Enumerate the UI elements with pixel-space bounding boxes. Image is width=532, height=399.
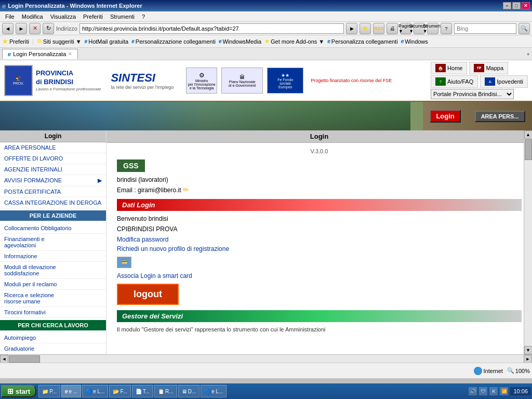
sidebar-item-moduli-reclamo[interactable]: Moduli per il reclamo bbox=[0, 279, 106, 290]
fav-windows-media[interactable]: e WindowsMedia bbox=[219, 38, 261, 45]
tab-close[interactable]: ✕ bbox=[68, 51, 72, 57]
h-scroll-thumb[interactable] bbox=[9, 355, 40, 363]
ipovedenti-icon: A bbox=[485, 77, 495, 86]
fav-personalizza[interactable]: e Personalizzazione collegamenti bbox=[131, 38, 216, 45]
sidebar-item-autoimpiego[interactable]: Autoimpiego bbox=[0, 332, 106, 343]
nuovo-profilo-link[interactable]: Richiedi un nuovo profilo di registrazio… bbox=[117, 245, 522, 252]
favorites-bar: ★ Preferiti | ⚙ Siti suggeriti ▼ e HotMa… bbox=[0, 35, 532, 48]
scroll-thumb[interactable] bbox=[525, 139, 532, 160]
ministry-logo-1: ⚙ Ministroper l'Innovazionee la Tecnolog… bbox=[186, 68, 217, 94]
portale-select[interactable]: Portale Provincia Brindisi... bbox=[431, 89, 514, 99]
menu-strumenti[interactable]: Strumenti bbox=[107, 12, 138, 21]
help-button[interactable]: ? bbox=[441, 23, 452, 34]
print-button[interactable]: 🖨 bbox=[387, 23, 398, 34]
aiuto-nav-btn[interactable]: ? Aiuto/FAQ bbox=[431, 75, 478, 88]
edit-email-icon[interactable]: ✏ bbox=[183, 185, 189, 194]
taskbar-item-2[interactable]: e e ... bbox=[61, 385, 81, 397]
area-personale-button[interactable]: AREA PERS... bbox=[475, 111, 525, 122]
sidebar-item-tirocini[interactable]: Tirocini formativi bbox=[0, 307, 106, 318]
start-button[interactable]: ⊞ start bbox=[1, 385, 36, 397]
ipovedenti-nav-btn[interactable]: A Ipovedenti bbox=[480, 75, 528, 88]
favorites-label: ★ Preferiti bbox=[2, 37, 29, 45]
menu-visualizza[interactable]: Visualizza bbox=[47, 12, 79, 21]
sidebar-item-posta[interactable]: POSTA CERTIFICATA bbox=[0, 187, 106, 197]
title-bar-buttons: − □ ✕ bbox=[503, 2, 530, 9]
sidebar-title: Login bbox=[0, 130, 106, 142]
menu-file[interactable]: File bbox=[2, 12, 18, 21]
taskbar-item-8[interactable]: 🔵 e L... bbox=[201, 385, 227, 397]
tagline: Lavoro e Formazione professionale bbox=[36, 87, 101, 92]
sidebar-item-cassa[interactable]: CASSA INTEGRAZIONE IN DEROGA bbox=[0, 197, 106, 208]
fav-personalizza2-icon: e bbox=[327, 38, 330, 44]
taskbar-item-6[interactable]: 📋 R... bbox=[154, 385, 177, 397]
fav-personalizza2[interactable]: e Personalizza collegamenti bbox=[327, 38, 397, 45]
refresh-button[interactable]: ↻ bbox=[43, 23, 54, 34]
smart-card-row: 💳 bbox=[117, 255, 522, 270]
search-input[interactable] bbox=[454, 23, 516, 34]
gss-badge: GSS bbox=[117, 159, 145, 172]
horizontal-scrollbar[interactable]: ◄ ► bbox=[0, 354, 532, 363]
minimize-button[interactable]: − bbox=[503, 2, 511, 9]
taskbar-item-3[interactable]: 🔵 e L... bbox=[82, 385, 108, 397]
go-button[interactable]: ▶ bbox=[346, 23, 357, 34]
sintesi-sub: la rete dei servizi per l'impiego bbox=[111, 85, 174, 90]
fav-windows[interactable]: e Windows bbox=[401, 38, 428, 45]
logout-button[interactable]: logout bbox=[117, 284, 179, 305]
zone-indicator: 🌐 Internet bbox=[474, 367, 503, 375]
taskbar-icon-6: 📋 bbox=[158, 389, 164, 394]
sidebar-item-informazione[interactable]: Informazione bbox=[0, 251, 106, 262]
sidebar-item-moduli-rilev[interactable]: Moduli di rilevazionesoddisfazione bbox=[0, 262, 106, 279]
favorites-star-icon: ★ bbox=[2, 37, 8, 45]
search-button[interactable]: 🔍 bbox=[518, 23, 530, 34]
sidebar-item-ricerca[interactable]: Ricerca e selezionerisorse umane bbox=[0, 290, 106, 307]
back-button[interactable]: ◄ bbox=[2, 23, 14, 34]
stop-button[interactable]: ✕ bbox=[29, 23, 41, 34]
new-tab-btn[interactable]: + bbox=[527, 51, 530, 57]
sidebar-item-finanziamenti[interactable]: Finanziamenti eagevolazioni bbox=[0, 234, 106, 251]
taskbar-item-4[interactable]: 📂 F... bbox=[109, 385, 130, 397]
zoom-icon: 🔍 bbox=[507, 367, 514, 374]
main-content: Login V.3.0.0 GSS brindisi (lavoratori) … bbox=[107, 130, 532, 354]
address-input[interactable] bbox=[79, 23, 344, 34]
tray-network-icon: 🔊 bbox=[469, 387, 477, 395]
vertical-scrollbar[interactable]: ▲ ▼ bbox=[524, 130, 532, 354]
maximize-button[interactable]: □ bbox=[512, 2, 521, 9]
active-tab[interactable]: e Login Personalizzata ✕ bbox=[2, 49, 78, 59]
fav-addons[interactable]: ★ Get more Add-ons ▼ bbox=[264, 38, 324, 45]
menu-modifica[interactable]: Modifica bbox=[19, 12, 46, 21]
associa-smart-card-link[interactable]: Associa Login a smart card bbox=[117, 272, 522, 280]
favorites-star[interactable]: ★ bbox=[360, 23, 371, 34]
sidebar-item-graduatorie[interactable]: Graduatorie bbox=[0, 343, 106, 354]
fav-hotmail[interactable]: e HotMail gratuita bbox=[85, 38, 129, 45]
scroll-right-btn[interactable]: ► bbox=[524, 355, 532, 363]
forward-button[interactable]: ► bbox=[16, 23, 27, 34]
fav-siti[interactable]: ⚙ Siti suggeriti ▼ bbox=[37, 38, 82, 45]
rss-button[interactable]: RSS bbox=[373, 23, 384, 34]
ministry-logos: ⚙ Ministroper l'Innovazionee la Tecnolog… bbox=[186, 68, 392, 94]
sidebar-item-collocamento[interactable]: Collocamento Obbligatorio bbox=[0, 223, 106, 234]
taskbar-item-1[interactable]: 📁 P... bbox=[38, 385, 60, 397]
login-banner-button[interactable]: Login bbox=[430, 110, 460, 123]
taskbar-item-7[interactable]: 🖥 D... bbox=[178, 385, 200, 397]
sidebar-item-offerte-lavoro[interactable]: OFFERTE DI LAVORO bbox=[0, 153, 106, 164]
sidebar-item-area-personale[interactable]: AREA PERSONALE bbox=[0, 142, 106, 153]
sidebar-item-agenzie[interactable]: AGENZIE INTERINALI bbox=[0, 164, 106, 175]
taskbar-icon-7: 🖥 bbox=[182, 389, 187, 394]
scroll-left-btn[interactable]: ◄ bbox=[0, 355, 8, 363]
fav-hotmail-icon: e bbox=[85, 38, 88, 44]
header-nav: 🏠 Home 🗺 Mappa bbox=[431, 62, 528, 74]
menu-help[interactable]: ? bbox=[139, 12, 148, 21]
taskbar-item-5[interactable]: 📄 T... bbox=[132, 385, 153, 397]
tools-button[interactable]: Strumenti ▼ bbox=[427, 23, 438, 34]
taskbar-icon-3: 🔵 bbox=[86, 389, 92, 394]
sidebar-item-avvisi[interactable]: AVVISI FORMAZIONE ▶ bbox=[0, 175, 106, 187]
mappa-nav-btn[interactable]: 🗺 Mappa bbox=[469, 62, 508, 74]
provincia-text: PROVINCIAdi BRINDISI Lavoro e Formazione… bbox=[36, 69, 101, 92]
site-banner: Login AREA PERS... bbox=[0, 102, 532, 130]
menu-preferiti[interactable]: Preferiti bbox=[80, 12, 106, 21]
scroll-down-btn[interactable]: ▼ bbox=[524, 346, 533, 354]
scroll-up-btn[interactable]: ▲ bbox=[524, 130, 533, 139]
close-button[interactable]: ✕ bbox=[522, 2, 530, 9]
home-nav-btn[interactable]: 🏠 Home bbox=[431, 62, 467, 74]
modifica-password-link[interactable]: Modifica password bbox=[117, 236, 522, 243]
